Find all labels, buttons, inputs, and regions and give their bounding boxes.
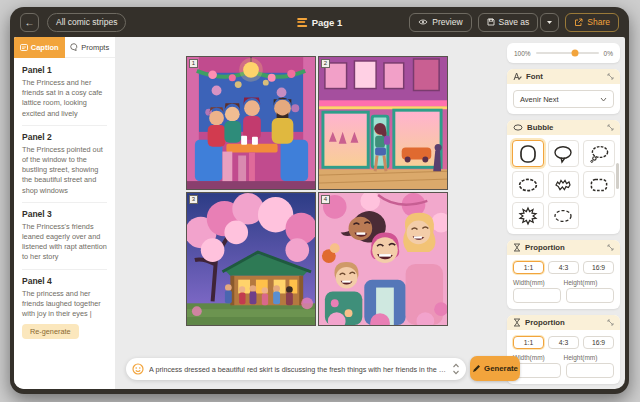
prompt-stepper[interactable]	[452, 363, 460, 375]
font-select-value: Avenir Next	[520, 95, 600, 104]
page-layers-icon	[297, 18, 307, 27]
share-button[interactable]: Share	[565, 13, 619, 32]
tab-prompts-label: Prompts	[81, 43, 109, 52]
comic-panel-1-image	[187, 57, 315, 189]
proportion-card-2-title: Proportion	[525, 318, 603, 327]
proportion-card-1-title: Proportion	[525, 243, 603, 252]
comic-panel-4-image	[319, 193, 447, 325]
comic-page-canvas: 1	[186, 56, 448, 326]
zoom-min-label: 0%	[604, 50, 613, 57]
panel-4-text[interactable]: The princess and her friends laughed tog…	[22, 289, 107, 320]
comic-panel-1-cafe[interactable]: 1	[186, 56, 316, 190]
content-area: Caption Prompts Panel 1 The Princess and…	[14, 37, 625, 389]
width-label: Width(mm)	[513, 279, 564, 286]
sidebar-tabs: Caption Prompts	[14, 37, 115, 58]
caption-panel-4[interactable]: Panel 4 The princess and her friends lau…	[22, 276, 107, 346]
bubble-shape-speech-tail[interactable]	[548, 140, 580, 167]
font-select[interactable]: Avenir Next	[513, 90, 614, 108]
panel-2-title: Panel 2	[22, 132, 107, 142]
right-sidebar: 100% 0% Font Aveni	[507, 37, 620, 389]
smiley-icon	[132, 363, 144, 375]
width-label: Width(mm)	[513, 354, 564, 361]
panel-number-badge: 4	[321, 195, 330, 204]
bubble-shape-dashed-rect[interactable]	[583, 171, 615, 198]
font-card-title: Font	[526, 72, 603, 81]
all-comic-stripes-button[interactable]: All comic stripes	[47, 13, 126, 32]
comic-panel-2-street-shop[interactable]: 2	[318, 56, 448, 190]
panel-2-text[interactable]: The Princess pointed out of the window t…	[22, 145, 107, 196]
zoom-slider-handle[interactable]	[571, 50, 578, 57]
panel-number-badge: 3	[189, 195, 198, 204]
bubble-card: Bubble	[507, 120, 620, 234]
comic-panel-4-laughing-friends[interactable]: 4	[318, 192, 448, 326]
proportion-icon	[513, 243, 521, 252]
collapse-icon[interactable]	[607, 124, 614, 131]
width-input[interactable]	[513, 363, 561, 378]
panel-number-badge: 1	[189, 59, 198, 68]
font-icon	[513, 72, 522, 81]
ratio-16-9-button[interactable]: 16:9	[583, 261, 614, 274]
collapse-icon[interactable]	[607, 319, 614, 326]
page-title-group: Page 1	[297, 7, 343, 37]
zoom-slider[interactable]	[536, 52, 599, 54]
proportion-card-2: Proportion 1:1 4:3 16:9 Width(mm) Height…	[507, 315, 620, 384]
page-title: Page 1	[312, 17, 343, 28]
comic-panel-3-image	[187, 193, 315, 325]
zoom-max-label: 100%	[514, 50, 531, 57]
chevron-down-icon	[600, 97, 607, 102]
bubble-shape-spiky[interactable]	[548, 171, 580, 198]
tab-prompts[interactable]: Prompts	[65, 37, 116, 58]
bubble-scrollbar[interactable]	[616, 163, 619, 189]
width-input[interactable]	[513, 288, 561, 303]
comic-panel-2-image	[319, 57, 447, 189]
proportion-card-1: Proportion 1:1 4:3 16:9 Width(mm) Height…	[507, 240, 620, 309]
collapse-icon[interactable]	[607, 73, 614, 80]
caption-panel-2[interactable]: Panel 2 The Princess pointed out of the …	[22, 132, 107, 203]
preview-button[interactable]: Preview	[409, 13, 471, 32]
bubble-card-title: Bubble	[527, 123, 603, 132]
share-label: Share	[587, 17, 610, 27]
save-as-group: Save as	[478, 13, 560, 32]
eye-icon	[418, 18, 428, 26]
bubble-card-header[interactable]: Bubble	[507, 120, 620, 135]
generate-button[interactable]: Generate	[470, 356, 520, 381]
save-as-button[interactable]: Save as	[478, 13, 539, 32]
height-label: Height(mm)	[564, 354, 615, 361]
collapse-icon[interactable]	[607, 244, 614, 251]
all-comic-stripes-label: All comic stripes	[56, 17, 117, 27]
caption-panel-3[interactable]: Panel 3 The Princess's friends leaned ea…	[22, 209, 107, 270]
ratio-4-3-button[interactable]: 4:3	[548, 336, 579, 349]
comic-panel-3-blossom-street[interactable]: 3	[186, 192, 316, 326]
caption-panel-1[interactable]: Panel 1 The Princess and her friends sat…	[22, 65, 107, 126]
panel-number-badge: 2	[321, 59, 330, 68]
bubble-shape-scalloped[interactable]	[512, 171, 544, 198]
bubble-shape-burst[interactable]	[512, 202, 544, 229]
bubble-shape-dashed-ellipse[interactable]	[548, 202, 580, 229]
regenerate-button[interactable]: Re-generate	[22, 324, 79, 339]
proportion-icon	[513, 318, 521, 327]
ratio-16-9-button[interactable]: 16:9	[583, 336, 614, 349]
bubble-shape-thought[interactable]	[583, 140, 615, 167]
app-window: ← All comic stripes Page 1 Preview Sa	[10, 7, 629, 394]
ratio-4-3-button[interactable]: 4:3	[548, 261, 579, 274]
tab-caption[interactable]: Caption	[14, 37, 65, 58]
proportion-card-1-header[interactable]: Proportion	[507, 240, 620, 255]
font-card-header[interactable]: Font	[507, 69, 620, 84]
save-as-dropdown-button[interactable]	[540, 13, 559, 32]
panel-3-text[interactable]: The Princess's friends leaned eagerly ov…	[22, 222, 107, 263]
share-icon	[574, 18, 583, 27]
zoom-control-card: 100% 0%	[507, 43, 620, 63]
font-card: Font Avenir Next	[507, 69, 620, 114]
panel-1-title: Panel 1	[22, 65, 107, 75]
height-input[interactable]	[566, 288, 614, 303]
ratio-1-1-button[interactable]: 1:1	[513, 261, 544, 274]
ratio-1-1-button[interactable]: 1:1	[513, 336, 544, 349]
proportion-card-2-header[interactable]: Proportion	[507, 315, 620, 330]
prompt-input[interactable]: A princess dressed a beautiful red skirt…	[149, 365, 447, 374]
save-icon	[487, 18, 495, 26]
left-sidebar: Caption Prompts Panel 1 The Princess and…	[14, 37, 115, 389]
back-button[interactable]: ←	[20, 13, 39, 32]
panel-1-text[interactable]: The Princess and her friends sat in a co…	[22, 78, 107, 119]
height-input[interactable]	[566, 363, 614, 378]
bubble-shape-rounded-square[interactable]	[512, 140, 544, 167]
